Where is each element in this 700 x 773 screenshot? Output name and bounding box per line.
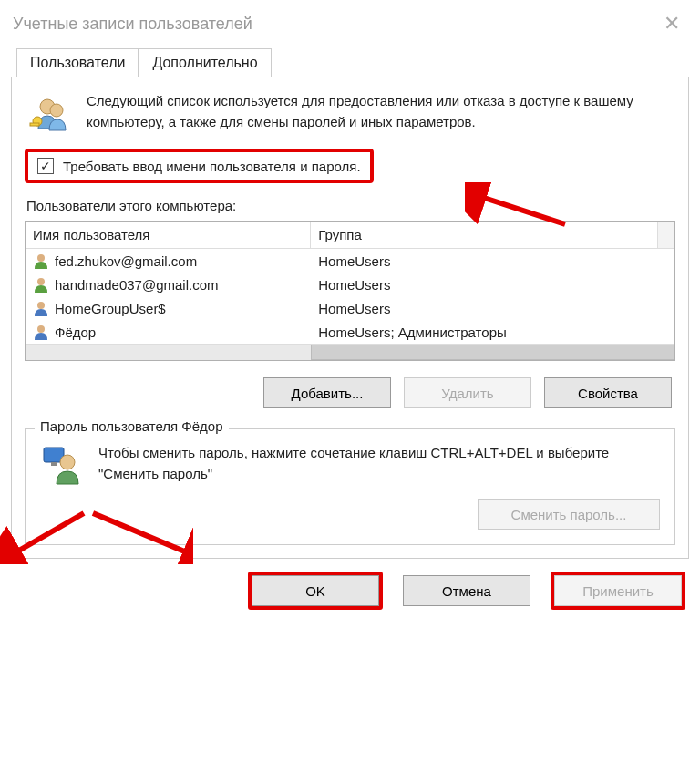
ok-highlight: OK: [248, 572, 383, 610]
change-password-button: Сменить пароль...: [478, 499, 660, 530]
tab-strip: Пользователи Дополнительно: [11, 48, 689, 77]
user-name: HomeGroupUser$: [55, 301, 166, 316]
user-name: fed.zhukov@gmail.com: [55, 253, 197, 269]
apply-highlight: Применить: [551, 572, 685, 610]
delete-button: Удалить: [404, 377, 531, 408]
svg-point-1: [50, 104, 63, 117]
tab-users[interactable]: Пользователи: [16, 48, 139, 77]
table-row[interactable]: fed.zhukov@gmail.com HomeUsers: [26, 249, 674, 273]
user-icon: [33, 253, 49, 269]
user-group: HomeUsers: [311, 296, 674, 320]
user-monitor-icon: [40, 442, 84, 486]
users-key-icon: [28, 94, 72, 138]
tab-advanced[interactable]: Дополнительно: [139, 48, 271, 77]
ok-button[interactable]: OK: [252, 575, 379, 606]
users-list-label: Пользователи этого компьютера:: [25, 198, 675, 213]
column-header-spacer: [658, 222, 674, 248]
window-title: Учетные записи пользователей: [13, 15, 252, 34]
intro-text: Следующий список используется для предос…: [87, 90, 672, 138]
require-password-label: Требовать ввод имени пользователя и паро…: [63, 159, 361, 174]
apply-button: Применить: [554, 575, 682, 606]
user-name: handmade037@gmail.com: [55, 277, 219, 293]
column-header-username[interactable]: Имя пользователя: [26, 222, 311, 248]
user-group: HomeUsers; Администраторы: [311, 320, 674, 344]
cancel-button[interactable]: Отмена: [403, 575, 530, 606]
svg-point-8: [37, 325, 45, 333]
users-listview[interactable]: Имя пользователя Группа fed.zhukov@gmail…: [25, 221, 675, 361]
user-group: HomeUsers: [311, 273, 674, 296]
password-fieldset: Пароль пользователя Фёдор Чтобы сменить …: [25, 428, 675, 545]
user-group: HomeUsers: [311, 249, 674, 273]
svg-point-11: [60, 455, 75, 469]
table-row[interactable]: handmade037@gmail.com HomeUsers: [26, 273, 674, 296]
svg-rect-10: [51, 462, 57, 466]
user-name: Фёдор: [55, 325, 96, 340]
require-password-checkbox-highlight: ✓ Требовать ввод имени пользователя и па…: [25, 149, 374, 183]
titlebar: Учетные записи пользователей ✕: [0, 0, 700, 44]
password-legend: Пароль пользователя Фёдор: [35, 418, 229, 434]
svg-point-5: [37, 254, 45, 262]
svg-point-6: [37, 278, 45, 285]
svg-rect-3: [30, 123, 39, 126]
user-icon: [33, 300, 49, 316]
listview-header: Имя пользователя Группа: [26, 222, 674, 249]
tab-panel-users: Следующий список используется для предос…: [11, 77, 689, 559]
table-row[interactable]: HomeGroupUser$ HomeUsers: [26, 296, 674, 320]
horizontal-scrollbar[interactable]: [26, 344, 674, 360]
require-password-checkbox[interactable]: ✓: [37, 158, 54, 174]
svg-point-7: [37, 302, 45, 309]
table-row[interactable]: Фёдор HomeUsers; Администраторы: [26, 320, 674, 344]
close-icon[interactable]: ✕: [656, 12, 687, 36]
password-hint-text: Чтобы сменить пароль, нажмите сочетание …: [98, 442, 660, 486]
add-button[interactable]: Добавить...: [263, 377, 391, 408]
user-icon: [33, 324, 49, 340]
user-icon: [33, 276, 49, 293]
scrollbar-thumb[interactable]: [311, 345, 674, 360]
column-header-group[interactable]: Группа: [311, 222, 658, 248]
properties-button[interactable]: Свойства: [544, 377, 672, 408]
